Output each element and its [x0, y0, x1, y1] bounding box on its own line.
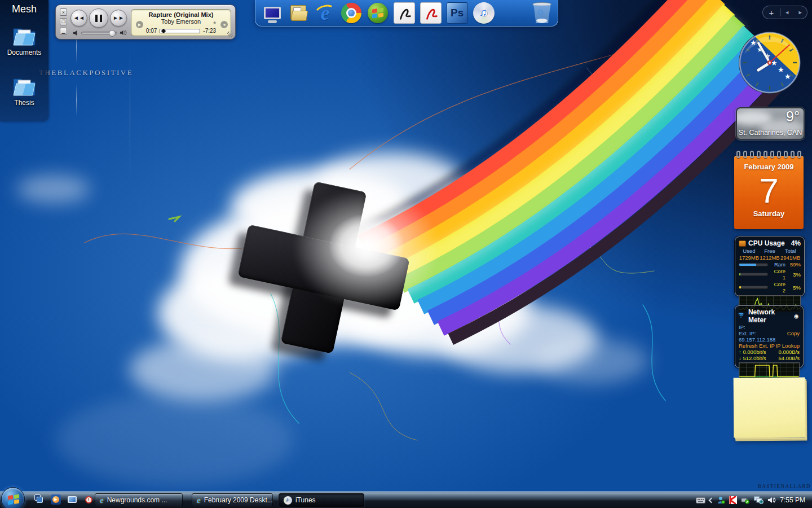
player-restore-button[interactable]: ❐	[60, 18, 67, 25]
resize-grip[interactable]	[227, 32, 233, 37]
core1-row: Core 1 3%	[739, 268, 801, 281]
upload-rate: 0.000bit/s	[743, 349, 766, 355]
volume-high-icon	[120, 29, 127, 36]
svg-text:★: ★	[784, 72, 791, 81]
windows-flag-icon	[8, 494, 19, 505]
desktop-icon-documents[interactable]: Documents	[0, 24, 48, 56]
dock: e Ps ♫ ♻	[255, 0, 558, 27]
internet-explorer-icon[interactable]: e	[314, 2, 337, 24]
messenger-status-icon[interactable]	[717, 496, 725, 504]
acrobat-black-icon[interactable]	[393, 2, 416, 24]
window-switcher-icon[interactable]	[34, 494, 45, 505]
add-gadget-button[interactable]: +	[763, 8, 780, 17]
keyboard-icon[interactable]	[696, 497, 705, 503]
player-minimize-button[interactable]: ▁	[60, 28, 67, 35]
calendar-month: February 2009	[734, 163, 804, 171]
volume-slider[interactable]	[81, 32, 117, 34]
svg-text:★: ★	[778, 65, 784, 74]
song-title: Rapture (Original Mix)	[131, 11, 231, 18]
calendar-gadget[interactable]: February 2009 7 Saturday	[734, 151, 804, 229]
media-player-quicklaunch-icon[interactable]: ▶	[50, 494, 61, 505]
itunes-icon	[284, 496, 292, 505]
cpu-col-used: Used	[739, 248, 760, 254]
folder-icon	[11, 24, 37, 47]
desktop: THEBLACKPOSITIVE BASTIENALLARD Mesh Docu…	[0, 0, 812, 508]
external-ip: Ext. IP: 69.157.112.188	[739, 330, 787, 343]
network-icon[interactable]	[754, 496, 764, 504]
next-page-button[interactable]: ►	[794, 10, 807, 15]
volume-low-icon	[73, 30, 79, 36]
taskbar: ▶ e Newgrounds.com ... e February 2009 D…	[0, 491, 812, 508]
task-buttons: e Newgrounds.com ... e February 2009 Des…	[95, 493, 364, 507]
cpu-val-total: 2941MB	[780, 255, 801, 261]
calendar-day: 7	[734, 172, 804, 209]
remaining-time: -7:23	[203, 28, 216, 34]
volume-knob[interactable]	[109, 30, 116, 37]
gadget-controls: + ◄ ►	[762, 6, 807, 19]
refresh-link[interactable]: Refresh Ext. IP	[739, 343, 775, 349]
volume-icon[interactable]	[767, 496, 776, 504]
seek-handle[interactable]	[161, 28, 166, 33]
cpu-col-total: Total	[780, 248, 801, 254]
taskbar-button-newgrounds[interactable]: e Newgrounds.com ...	[95, 493, 183, 507]
taskbar-button-february-2009[interactable]: e February 2009 Deskt...	[192, 493, 273, 507]
start-button[interactable]	[1, 487, 25, 508]
ip-label: IP:	[739, 324, 745, 330]
next-track-button[interactable]: ►►	[110, 10, 127, 27]
tray-expand-chevron[interactable]	[709, 497, 714, 503]
internet-explorer-icon: e	[197, 496, 201, 505]
cpu-usage-percent: 4%	[791, 239, 801, 247]
copy-link[interactable]: Copy	[787, 330, 800, 343]
weather-temperature: 9°	[786, 108, 800, 125]
cpu-col-free: Free	[760, 248, 780, 254]
player-close-button[interactable]: x	[60, 8, 67, 16]
chrome-icon[interactable]	[340, 2, 363, 24]
media-player: x ❐ ▁ ◄◄ ►► Rapture (Original Mix) Toby …	[55, 5, 236, 40]
alarm-clock-icon[interactable]	[83, 494, 94, 505]
itunes-icon[interactable]: ♫	[473, 2, 495, 24]
computer-icon[interactable]	[261, 2, 284, 24]
download-arrow-icon: ↓	[739, 355, 742, 361]
core2-row: Core 2 5%	[739, 281, 801, 294]
clock-center-cap	[767, 60, 772, 65]
desktop-icon-label: Thesis	[0, 99, 48, 107]
prev-page-button[interactable]: ◄	[780, 10, 794, 15]
seek-bar[interactable]	[160, 29, 200, 33]
internet-explorer-icon: e	[100, 496, 104, 505]
quick-launch: ▶	[34, 494, 94, 505]
desktop-icon-thesis[interactable]: Thesis	[0, 74, 48, 107]
acrobat-red-icon[interactable]	[420, 2, 442, 24]
globe-icon[interactable]: 🜨	[793, 313, 800, 319]
calendar-weekday: Saturday	[734, 209, 804, 218]
wallpaper-credit-text: BASTIENALLARD	[758, 483, 811, 489]
wifi-icon	[739, 313, 746, 319]
recycle-bin-icon[interactable]: ♻	[532, 1, 552, 25]
network-title: Network Meter	[748, 308, 791, 324]
safely-remove-hardware-icon[interactable]	[741, 496, 750, 504]
player-display: Rapture (Original Mix) Toby Emerson ▶ * …	[131, 9, 231, 36]
taskbar-button-itunes[interactable]: iTunes	[279, 493, 364, 507]
ip-lookup-link[interactable]: IP Lookup	[775, 343, 800, 349]
previous-track-button[interactable]: ◄◄	[70, 10, 87, 27]
windows-icon[interactable]	[367, 2, 389, 24]
desktop-icon-label: Documents	[0, 49, 48, 56]
tray-clock[interactable]: 7:55 PM	[780, 496, 809, 504]
mesh-panel-title: Mesh	[0, 0, 48, 15]
show-desktop-icon[interactable]	[67, 494, 78, 505]
weather-gadget[interactable]: 9° St. Catharines, CAN	[736, 107, 805, 140]
upload-bytes: 0.000B/s	[779, 349, 800, 355]
ram-row: Ram 59%	[739, 261, 801, 268]
cpu-chip-icon	[739, 240, 746, 247]
photoshop-icon[interactable]: Ps	[446, 2, 469, 24]
network-gadget[interactable]: Network Meter 🜨 IP: Ext. IP: 69.157.112.…	[735, 305, 804, 368]
pause-button[interactable]	[89, 8, 108, 28]
clock-gadget[interactable]: ★★★ ★★★	[738, 30, 802, 95]
calendar-spiral-binding	[736, 151, 801, 158]
download-bytes: 64.00B/s	[779, 355, 800, 361]
system-tray: 7:55 PM	[696, 492, 809, 508]
light-glow-core	[316, 203, 417, 288]
kaspersky-icon[interactable]	[729, 496, 737, 504]
sticky-note-gadget[interactable]	[734, 378, 806, 438]
cpu-gadget[interactable]: CPU Usage 4% Used Free Total 1729MB 1212…	[735, 237, 805, 296]
folders-icon[interactable]	[288, 2, 310, 24]
